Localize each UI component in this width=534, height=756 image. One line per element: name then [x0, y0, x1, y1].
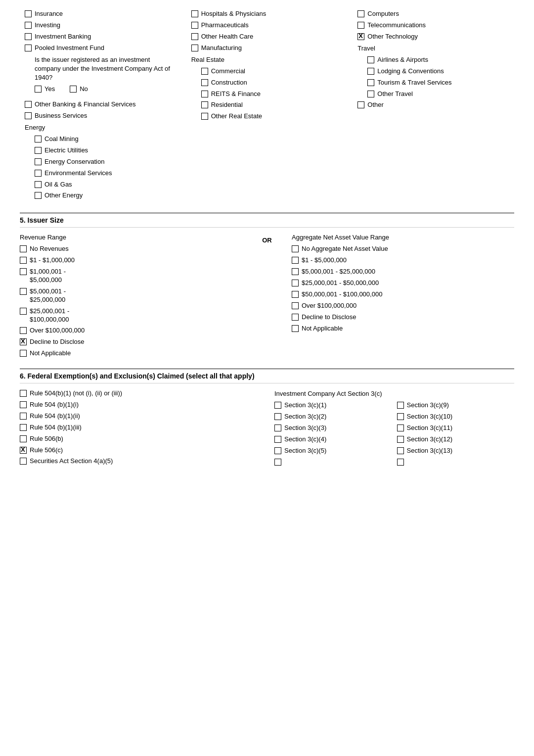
checkbox-icon[interactable] [20, 288, 27, 295]
checkbox-icon[interactable] [20, 257, 27, 264]
checkbox-icon[interactable] [70, 86, 77, 93]
checkbox-icon[interactable] [201, 91, 208, 97]
checkbox-tourism[interactable]: Tourism & Travel Services [367, 79, 509, 87]
checkbox-3c2[interactable]: Section 3(c)(2) [274, 413, 392, 421]
checkbox-rev-25m[interactable]: $5,000,001 -$25,000,000 [20, 287, 242, 304]
checkbox-icon[interactable] [367, 91, 374, 97]
checkbox-construction[interactable]: Construction [201, 79, 343, 87]
checkbox-rev-na[interactable]: Not Applicable [20, 349, 242, 358]
checkbox-icon[interactable] [367, 79, 374, 86]
checkbox-icon[interactable] [25, 10, 32, 17]
checkbox-electric-utilities[interactable]: Electric Utilities [35, 146, 177, 155]
checkbox-icon[interactable] [191, 22, 198, 29]
checkbox-icon[interactable] [357, 33, 364, 40]
checkbox-icon[interactable] [274, 402, 281, 409]
checkbox-icon[interactable] [274, 459, 281, 466]
checkbox-3c10[interactable]: Section 3(c)(10) [397, 413, 515, 421]
checkbox-icon[interactable] [25, 45, 32, 51]
checkbox-pharmaceuticals[interactable]: Pharmaceuticals [191, 21, 343, 30]
checkbox-investment-banking[interactable]: Investment Banking [25, 33, 177, 41]
checkbox-icon[interactable] [357, 101, 364, 108]
checkbox-other-energy[interactable]: Other Energy [35, 191, 177, 200]
checkbox-no[interactable]: No [70, 85, 88, 94]
checkbox-3c13[interactable]: Section 3(c)(13) [397, 447, 515, 455]
checkbox-icon[interactable] [25, 101, 32, 108]
checkbox-rev-5m[interactable]: $1,000,001 -$5,000,000 [20, 268, 242, 284]
checkbox-icon[interactable] [397, 436, 404, 443]
checkbox-other-technology[interactable]: Other Technology [357, 33, 509, 41]
checkbox-hospitals[interactable]: Hospitals & Physicians [191, 10, 343, 18]
checkbox-icon[interactable] [292, 291, 299, 298]
checkbox-icon[interactable] [35, 86, 42, 93]
checkbox-icon[interactable] [35, 136, 42, 142]
checkbox-3c3[interactable]: Section 3(c)(3) [274, 424, 392, 432]
checkbox-agg-5m[interactable]: $1 - $5,000,000 [292, 256, 514, 265]
checkbox-icon[interactable] [201, 101, 208, 108]
checkbox-computers[interactable]: Computers [357, 10, 509, 18]
checkbox-rev-over100m[interactable]: Over $100,000,000 [20, 327, 242, 335]
checkbox-rule504b1iii[interactable]: Rule 504 (b)(1)(iii) [20, 424, 260, 432]
checkbox-icon[interactable] [357, 10, 364, 17]
checkbox-icon[interactable] [191, 10, 198, 17]
checkbox-3c4[interactable]: Section 3(c)(4) [274, 435, 392, 444]
checkbox-other-health-care[interactable]: Other Health Care [191, 33, 343, 41]
checkbox-icon[interactable] [20, 447, 27, 454]
checkbox-rev-100m[interactable]: $25,000,001 -$100,000,000 [20, 307, 242, 324]
checkbox-icon[interactable] [201, 79, 208, 86]
checkbox-rev-decline[interactable]: Decline to Disclose [20, 338, 242, 346]
checkbox-3c12[interactable]: Section 3(c)(12) [397, 435, 515, 444]
checkbox-icon[interactable] [201, 68, 208, 75]
checkbox-icon[interactable] [397, 459, 404, 466]
checkbox-icon[interactable] [25, 112, 32, 119]
checkbox-3c-extra1[interactable] [274, 458, 392, 466]
checkbox-rev-1m[interactable]: $1 - $1,000,000 [20, 256, 242, 265]
checkbox-agg-over100m[interactable]: Over $100,000,000 [292, 302, 514, 310]
checkbox-rule506c[interactable]: Rule 506(c) [20, 446, 260, 455]
checkbox-lodging[interactable]: Lodging & Conventions [367, 67, 509, 76]
checkbox-3c9[interactable]: Section 3(c)(9) [397, 401, 515, 410]
checkbox-icon[interactable] [292, 268, 299, 275]
checkbox-icon[interactable] [20, 390, 27, 397]
checkbox-icon[interactable] [274, 425, 281, 431]
checkbox-oil-gas[interactable]: Oil & Gas [35, 181, 177, 189]
checkbox-other-travel[interactable]: Other Travel [367, 90, 509, 98]
checkbox-agg-50m[interactable]: $25,000,001 - $50,000,000 [292, 279, 514, 287]
checkbox-icon[interactable] [191, 45, 198, 51]
checkbox-icon[interactable] [20, 350, 27, 357]
checkbox-pooled-investment[interactable]: Pooled Investment Fund [25, 44, 177, 52]
checkbox-agg-25m[interactable]: $5,000,001 - $25,000,000 [292, 268, 514, 276]
checkbox-icon[interactable] [35, 192, 42, 199]
checkbox-icon[interactable] [20, 338, 27, 345]
checkbox-icon[interactable] [201, 113, 208, 120]
checkbox-airlines[interactable]: Airlines & Airports [367, 56, 509, 64]
checkbox-residential[interactable]: Residential [201, 101, 343, 109]
checkbox-icon[interactable] [397, 447, 404, 454]
checkbox-rule506b[interactable]: Rule 506(b) [20, 435, 260, 443]
checkbox-icon[interactable] [25, 33, 32, 40]
checkbox-agg-100m[interactable]: $50,000,001 - $100,000,000 [292, 290, 514, 299]
checkbox-3c11[interactable]: Section 3(c)(11) [397, 424, 515, 432]
checkbox-icon[interactable] [274, 436, 281, 443]
checkbox-sec4a5[interactable]: Securities Act Section 4(a)(5) [20, 457, 260, 466]
checkbox-rule504b1ii[interactable]: Rule 504 (b)(1)(ii) [20, 412, 260, 421]
checkbox-icon[interactable] [20, 245, 27, 252]
checkbox-environmental-services[interactable]: Environmental Services [35, 169, 177, 178]
checkbox-icon[interactable] [397, 402, 404, 409]
checkbox-icon[interactable] [35, 170, 42, 177]
checkbox-icon[interactable] [35, 158, 42, 165]
checkbox-agg-na[interactable]: Not Applicable [292, 325, 514, 333]
checkbox-icon[interactable] [25, 22, 32, 29]
checkbox-3c1[interactable]: Section 3(c)(1) [274, 401, 392, 410]
checkbox-icon[interactable] [292, 314, 299, 321]
checkbox-icon[interactable] [274, 447, 281, 454]
checkbox-icon[interactable] [397, 413, 404, 420]
checkbox-icon[interactable] [20, 268, 27, 275]
checkbox-icon[interactable] [35, 147, 42, 154]
checkbox-icon[interactable] [397, 425, 404, 431]
checkbox-icon[interactable] [367, 68, 374, 75]
checkbox-icon[interactable] [20, 327, 27, 334]
checkbox-3c-extra2[interactable] [397, 458, 515, 466]
checkbox-icon[interactable] [20, 401, 27, 408]
checkbox-icon[interactable] [292, 325, 299, 332]
checkbox-icon[interactable] [191, 33, 198, 40]
